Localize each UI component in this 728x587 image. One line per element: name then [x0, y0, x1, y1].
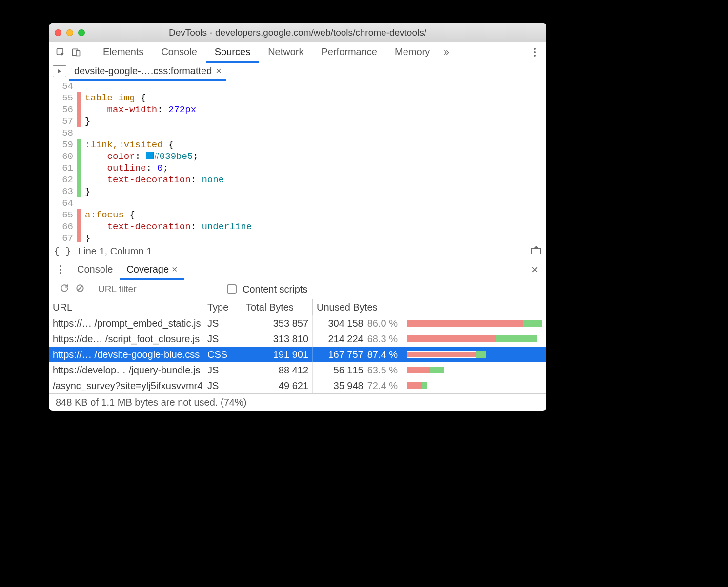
- line-number: 63: [49, 186, 77, 197]
- code-line: 59:link,:visited {: [49, 139, 546, 151]
- coverage-used-marker: [77, 139, 81, 151]
- inspect-element-icon[interactable]: [53, 44, 68, 60]
- tab-console[interactable]: Console: [152, 42, 205, 63]
- line-number: 57: [49, 116, 77, 127]
- coverage-toolbar: Content scripts: [49, 279, 546, 299]
- coverage-row[interactable]: /async_survey?site=ylj5ifxusvvmr4pJS49 6…: [49, 378, 546, 393]
- cell-type: JS: [203, 362, 242, 378]
- cell-type: JS: [203, 378, 242, 393]
- code-line: 56 max-width: 272px: [49, 104, 546, 116]
- coverage-row[interactable]: https://develop… /jquery-bundle.jsJS88 4…: [49, 362, 546, 378]
- coverage-header-row: URL Type Total Bytes Unused Bytes: [49, 299, 546, 315]
- drawer-tab-console[interactable]: Console: [70, 260, 120, 280]
- cell-type: JS: [203, 315, 242, 331]
- cell-unused-bytes: 167 75787.4 %: [313, 347, 402, 362]
- code-text: table img {: [81, 92, 146, 104]
- code-text: :link,:visited {: [81, 139, 174, 151]
- cell-total-bytes: 191 901: [242, 347, 313, 362]
- coverage-summary-text: 848 KB of 1.1 MB bytes are not used. (74…: [56, 397, 246, 408]
- coverage-unused-marker: [77, 104, 81, 116]
- svg-point-8: [60, 269, 61, 271]
- coverage-row[interactable]: https://… /devsite-google-blue.cssCSS191…: [49, 347, 546, 362]
- used-segment: [523, 320, 542, 327]
- tab-memory[interactable]: Memory: [386, 42, 439, 63]
- code-text: a:focus {: [81, 209, 135, 221]
- used-segment: [496, 335, 537, 342]
- cell-url: /async_survey?site=ylj5ifxusvvmr4p: [49, 378, 203, 393]
- close-icon[interactable]: [55, 29, 61, 36]
- code-line: 60 color: #039be5;: [49, 151, 546, 162]
- tab-sources[interactable]: Sources: [206, 42, 259, 63]
- minimize-icon[interactable]: [66, 29, 73, 36]
- coverage-row[interactable]: https://de… /script_foot_closure.jsJS313…: [49, 331, 546, 347]
- source-file-tab-label: devsite-google-….css:formatted: [74, 65, 212, 77]
- content-scripts-checkbox[interactable]: [227, 284, 237, 294]
- cell-type: CSS: [203, 347, 242, 362]
- url-filter-input[interactable]: [97, 283, 215, 295]
- code-text: text-decoration: none: [81, 174, 224, 186]
- line-number: 66: [49, 221, 77, 233]
- code-line: 58: [49, 127, 546, 139]
- cell-url: https://… /prompt_embed_static.js: [49, 315, 203, 331]
- source-code-view[interactable]: 5455table img {56 max-width: 272px57}585…: [49, 80, 546, 242]
- usage-bar: [407, 367, 444, 373]
- reload-icon[interactable]: [60, 283, 69, 295]
- coverage-row[interactable]: https://… /prompt_embed_static.jsJS353 8…: [49, 315, 546, 331]
- drawer-tab-label: Coverage: [126, 264, 169, 275]
- code-line: 62 text-decoration: none: [49, 174, 546, 186]
- col-total[interactable]: Total Bytes: [242, 299, 313, 315]
- navigator-toggle-icon[interactable]: [53, 65, 66, 77]
- cell-total-bytes: 313 810: [242, 331, 313, 347]
- coverage-none: [77, 127, 81, 139]
- used-segment: [476, 351, 486, 358]
- svg-rect-2: [76, 51, 80, 56]
- sidebar-toggle-icon[interactable]: [531, 245, 542, 257]
- line-number: 59: [49, 139, 77, 151]
- line-number: 60: [49, 151, 77, 162]
- cell-total-bytes: 353 857: [242, 315, 313, 331]
- line-number: 58: [49, 127, 77, 139]
- col-url[interactable]: URL: [49, 299, 203, 315]
- tab-elements[interactable]: Elements: [94, 42, 152, 63]
- usage-bar: [407, 382, 427, 389]
- drawer-tabs: ConsoleCoverage× ×: [49, 260, 546, 279]
- kebab-menu-icon[interactable]: [53, 262, 68, 277]
- cell-url: https://develop… /jquery-bundle.js: [49, 362, 203, 378]
- code-text: outline: 0;: [81, 162, 168, 174]
- used-segment: [422, 382, 427, 389]
- device-toolbar-icon[interactable]: [68, 44, 84, 60]
- clear-icon[interactable]: [75, 283, 85, 295]
- col-unused[interactable]: Unused Bytes: [313, 299, 402, 315]
- code-text: max-width: 272px: [81, 104, 196, 116]
- close-icon[interactable]: ×: [216, 65, 222, 77]
- col-type[interactable]: Type: [203, 299, 242, 315]
- drawer-tab-coverage[interactable]: Coverage×: [120, 260, 184, 280]
- color-swatch-icon[interactable]: [146, 152, 154, 159]
- zoom-icon[interactable]: [78, 29, 85, 36]
- coverage-none: [77, 80, 81, 92]
- tab-performance[interactable]: Performance: [313, 42, 386, 63]
- used-segment: [430, 367, 444, 373]
- window-titlebar: DevTools - developers.google.com/web/too…: [49, 23, 546, 42]
- tab-network[interactable]: Network: [259, 42, 312, 63]
- source-file-tab[interactable]: devsite-google-….css:formatted ×: [69, 62, 226, 81]
- line-number: 54: [49, 80, 77, 92]
- usage-bar: [407, 335, 537, 342]
- svg-point-9: [60, 272, 61, 274]
- close-icon[interactable]: ×: [172, 264, 178, 275]
- devtools-window: DevTools - developers.google.com/web/too…: [49, 23, 546, 411]
- cursor-position: Line 1, Column 1: [78, 246, 152, 257]
- svg-rect-6: [532, 248, 541, 254]
- coverage-used-marker: [77, 186, 81, 197]
- code-line: 55table img {: [49, 92, 546, 104]
- cell-total-bytes: 49 621: [242, 378, 313, 393]
- col-visualization[interactable]: [402, 299, 546, 315]
- main-panel-tabs: ElementsConsoleSourcesNetworkPerformance…: [49, 42, 546, 62]
- close-icon[interactable]: ×: [527, 262, 543, 277]
- usage-bar: [407, 351, 486, 358]
- pretty-print-icon[interactable]: { }: [54, 245, 71, 257]
- more-tabs-icon[interactable]: »: [439, 44, 454, 60]
- kebab-menu-icon[interactable]: [527, 44, 543, 60]
- cell-type: JS: [203, 331, 242, 347]
- code-line: 65a:focus {: [49, 209, 546, 221]
